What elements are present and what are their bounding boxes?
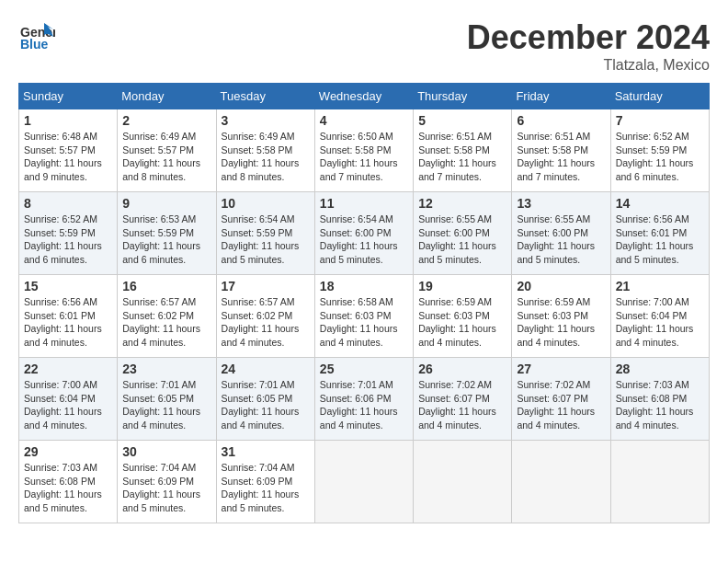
day-detail: Sunrise: 7:01 AMSunset: 6:06 PMDaylight:…: [320, 378, 408, 432]
table-row: 10Sunrise: 6:54 AMSunset: 5:59 PMDayligh…: [216, 192, 314, 275]
day-detail: Sunrise: 6:55 AMSunset: 6:00 PMDaylight:…: [418, 213, 506, 267]
day-detail: Sunrise: 7:04 AMSunset: 6:09 PMDaylight:…: [122, 461, 210, 515]
day-number: 11: [320, 196, 408, 211]
day-number: 15: [24, 279, 112, 293]
day-number: 20: [517, 279, 605, 293]
page-header: General Blue December 2024 Tlatzala, Mex…: [18, 18, 710, 74]
day-number: 4: [320, 113, 408, 128]
table-row: 2Sunrise: 6:49 AMSunset: 5:57 PMDaylight…: [118, 109, 216, 192]
table-row: 31Sunrise: 7:04 AMSunset: 6:09 PMDayligh…: [216, 441, 314, 523]
title-block: December 2024 Tlatzala, Mexico: [467, 18, 710, 74]
header-sunday: Sunday: [19, 84, 118, 109]
table-row: 15Sunrise: 6:56 AMSunset: 6:01 PMDayligh…: [19, 275, 118, 358]
table-row: 16Sunrise: 6:57 AMSunset: 6:02 PMDayligh…: [118, 275, 216, 358]
day-number: 28: [616, 362, 704, 376]
table-row: 27Sunrise: 7:02 AMSunset: 6:07 PMDayligh…: [512, 358, 610, 441]
day-number: 12: [418, 196, 506, 211]
day-detail: Sunrise: 6:58 AMSunset: 6:03 PMDaylight:…: [320, 295, 408, 350]
table-row: 24Sunrise: 7:01 AMSunset: 6:05 PMDayligh…: [216, 358, 314, 441]
day-number: 23: [122, 362, 210, 376]
day-detail: Sunrise: 6:51 AMSunset: 5:58 PMDaylight:…: [517, 130, 605, 184]
table-row: 8Sunrise: 6:52 AMSunset: 5:59 PMDaylight…: [19, 192, 118, 275]
table-row: 12Sunrise: 6:55 AMSunset: 6:00 PMDayligh…: [414, 192, 512, 275]
table-row: 23Sunrise: 7:01 AMSunset: 6:05 PMDayligh…: [118, 358, 216, 441]
table-row: 29Sunrise: 7:03 AMSunset: 6:08 PMDayligh…: [19, 441, 118, 523]
month-title: December 2024: [467, 18, 710, 57]
day-number: 13: [517, 196, 605, 211]
svg-text:Blue: Blue: [20, 37, 49, 52]
day-detail: Sunrise: 6:48 AMSunset: 5:57 PMDaylight:…: [24, 130, 112, 184]
table-row: 21Sunrise: 7:00 AMSunset: 6:04 PMDayligh…: [610, 275, 709, 358]
day-detail: Sunrise: 6:57 AMSunset: 6:02 PMDaylight:…: [122, 295, 210, 350]
day-detail: Sunrise: 7:02 AMSunset: 6:07 PMDaylight:…: [517, 378, 605, 432]
calendar-week-row: 1Sunrise: 6:48 AMSunset: 5:57 PMDaylight…: [19, 109, 710, 192]
day-number: 29: [24, 444, 112, 459]
table-row: 5Sunrise: 6:51 AMSunset: 5:58 PMDaylight…: [414, 109, 512, 192]
day-detail: Sunrise: 6:59 AMSunset: 6:03 PMDaylight:…: [418, 295, 506, 350]
day-number: 3: [222, 113, 310, 128]
day-detail: Sunrise: 6:54 AMSunset: 6:00 PMDaylight:…: [320, 213, 408, 267]
day-number: 21: [616, 279, 704, 293]
table-row: 30Sunrise: 7:04 AMSunset: 6:09 PMDayligh…: [118, 441, 216, 523]
calendar-week-row: 29Sunrise: 7:03 AMSunset: 6:08 PMDayligh…: [19, 441, 710, 523]
day-detail: Sunrise: 6:59 AMSunset: 6:03 PMDaylight:…: [517, 295, 605, 350]
day-number: 9: [122, 196, 210, 211]
table-row: 18Sunrise: 6:58 AMSunset: 6:03 PMDayligh…: [314, 275, 413, 358]
day-number: 17: [222, 279, 310, 293]
day-detail: Sunrise: 7:04 AMSunset: 6:09 PMDaylight:…: [222, 461, 310, 515]
table-row: [512, 441, 610, 523]
day-number: 31: [222, 444, 310, 459]
table-row: 26Sunrise: 7:02 AMSunset: 6:07 PMDayligh…: [414, 358, 512, 441]
day-detail: Sunrise: 6:54 AMSunset: 5:59 PMDaylight:…: [222, 213, 310, 267]
table-row: 13Sunrise: 6:55 AMSunset: 6:00 PMDayligh…: [512, 192, 610, 275]
day-detail: Sunrise: 7:01 AMSunset: 6:05 PMDaylight:…: [222, 378, 310, 432]
calendar-week-row: 15Sunrise: 6:56 AMSunset: 6:01 PMDayligh…: [19, 275, 710, 358]
header-monday: Monday: [118, 84, 216, 109]
table-row: 17Sunrise: 6:57 AMSunset: 6:02 PMDayligh…: [216, 275, 314, 358]
day-number: 6: [517, 113, 605, 128]
calendar-table: Sunday Monday Tuesday Wednesday Thursday…: [18, 83, 710, 523]
table-row: [414, 441, 512, 523]
day-number: 30: [122, 444, 210, 459]
header-saturday: Saturday: [610, 84, 709, 109]
day-number: 14: [616, 196, 704, 211]
table-row: 22Sunrise: 7:00 AMSunset: 6:04 PMDayligh…: [19, 358, 118, 441]
day-number: 5: [418, 113, 506, 128]
header-thursday: Thursday: [414, 84, 512, 109]
table-row: 19Sunrise: 6:59 AMSunset: 6:03 PMDayligh…: [414, 275, 512, 358]
day-detail: Sunrise: 6:55 AMSunset: 6:00 PMDaylight:…: [517, 213, 605, 267]
table-row: 6Sunrise: 6:51 AMSunset: 5:58 PMDaylight…: [512, 109, 610, 192]
day-detail: Sunrise: 6:49 AMSunset: 5:57 PMDaylight:…: [122, 130, 210, 184]
table-row: [314, 441, 413, 523]
day-detail: Sunrise: 7:00 AMSunset: 6:04 PMDaylight:…: [616, 295, 704, 350]
table-row: 9Sunrise: 6:53 AMSunset: 5:59 PMDaylight…: [118, 192, 216, 275]
day-detail: Sunrise: 6:52 AMSunset: 5:59 PMDaylight:…: [24, 213, 112, 267]
day-number: 24: [222, 362, 310, 376]
day-number: 16: [122, 279, 210, 293]
day-number: 27: [517, 362, 605, 376]
table-row: 28Sunrise: 7:03 AMSunset: 6:08 PMDayligh…: [610, 358, 709, 441]
day-detail: Sunrise: 7:01 AMSunset: 6:05 PMDaylight:…: [122, 378, 210, 432]
day-detail: Sunrise: 6:50 AMSunset: 5:58 PMDaylight:…: [320, 130, 408, 184]
table-row: 7Sunrise: 6:52 AMSunset: 5:59 PMDaylight…: [610, 109, 709, 192]
table-row: [610, 441, 709, 523]
day-detail: Sunrise: 7:02 AMSunset: 6:07 PMDaylight:…: [418, 378, 506, 432]
day-detail: Sunrise: 7:03 AMSunset: 6:08 PMDaylight:…: [24, 461, 112, 515]
day-detail: Sunrise: 6:53 AMSunset: 5:59 PMDaylight:…: [122, 213, 210, 267]
header-wednesday: Wednesday: [314, 84, 413, 109]
table-row: 11Sunrise: 6:54 AMSunset: 6:00 PMDayligh…: [314, 192, 413, 275]
day-number: 1: [24, 113, 112, 128]
day-number: 26: [418, 362, 506, 376]
table-row: 1Sunrise: 6:48 AMSunset: 5:57 PMDaylight…: [19, 109, 118, 192]
day-number: 8: [24, 196, 112, 211]
table-row: 14Sunrise: 6:56 AMSunset: 6:01 PMDayligh…: [610, 192, 709, 275]
day-number: 2: [122, 113, 210, 128]
day-number: 22: [24, 362, 112, 376]
calendar-week-row: 8Sunrise: 6:52 AMSunset: 5:59 PMDaylight…: [19, 192, 710, 275]
day-number: 18: [320, 279, 408, 293]
table-row: 3Sunrise: 6:49 AMSunset: 5:58 PMDaylight…: [216, 109, 314, 192]
table-row: 20Sunrise: 6:59 AMSunset: 6:03 PMDayligh…: [512, 275, 610, 358]
table-row: 4Sunrise: 6:50 AMSunset: 5:58 PMDaylight…: [314, 109, 413, 192]
header-tuesday: Tuesday: [216, 84, 314, 109]
day-number: 7: [616, 113, 704, 128]
